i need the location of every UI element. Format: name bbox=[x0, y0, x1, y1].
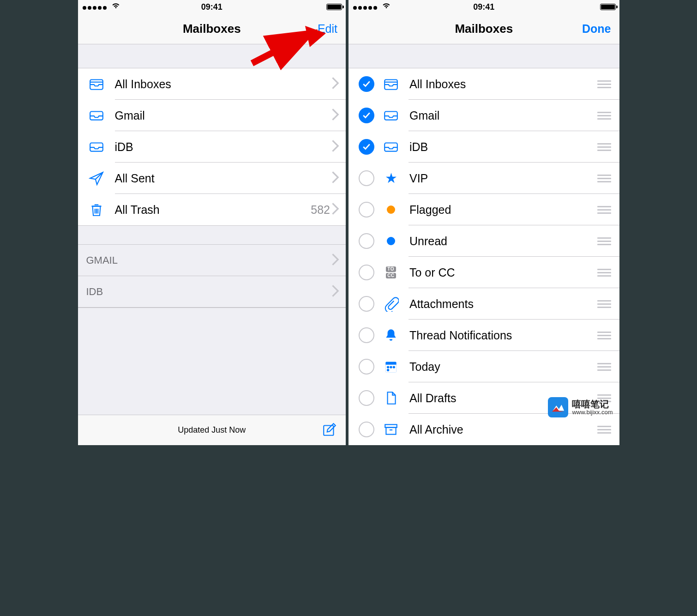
inbox-icon bbox=[383, 139, 399, 155]
account-row-gmail[interactable]: GMAIL bbox=[78, 245, 346, 276]
mailbox-label: Unread bbox=[409, 235, 597, 248]
inbox-icon bbox=[88, 107, 105, 124]
edit-row[interactable]: Thread Notifications bbox=[348, 320, 619, 351]
mailbox-row-idb[interactable]: iDB bbox=[78, 131, 346, 163]
mailbox-label: Flagged bbox=[409, 203, 597, 217]
mailbox-label: All Inboxes bbox=[409, 78, 597, 91]
chevron-right-icon bbox=[332, 254, 339, 267]
drag-handle-icon[interactable] bbox=[597, 426, 611, 434]
checkbox[interactable] bbox=[359, 327, 374, 343]
svg-rect-15 bbox=[386, 428, 396, 435]
tocc-icon: TOCC bbox=[383, 264, 399, 281]
edit-row[interactable]: Gmail bbox=[348, 100, 619, 131]
mailbox-label: Gmail bbox=[409, 109, 597, 122]
battery-icon bbox=[326, 4, 342, 10]
mailbox-row-gmail[interactable]: Gmail bbox=[78, 100, 346, 131]
bell-icon bbox=[383, 327, 399, 344]
mailbox-label: iDB bbox=[115, 140, 332, 154]
checkbox[interactable] bbox=[359, 76, 374, 92]
archive-icon bbox=[383, 421, 399, 438]
page-title: Mailboxes bbox=[455, 22, 513, 36]
checkbox[interactable] bbox=[359, 108, 374, 123]
watermark-brand: 嘻嘻笔记 bbox=[572, 399, 613, 409]
unread-count: 582 bbox=[311, 203, 330, 217]
edit-row[interactable]: Today bbox=[348, 351, 619, 382]
chevron-right-icon bbox=[332, 77, 339, 91]
edit-row[interactable]: Unread bbox=[348, 225, 619, 257]
edit-row[interactable]: TOCCTo or CC bbox=[348, 257, 619, 288]
draft-icon bbox=[383, 390, 399, 406]
status-time: 09:41 bbox=[348, 2, 619, 12]
checkbox[interactable] bbox=[359, 390, 374, 406]
star-icon: ★ bbox=[383, 170, 399, 187]
section-spacer bbox=[348, 44, 619, 68]
svg-point-12 bbox=[393, 366, 395, 368]
edit-row[interactable]: ★VIP bbox=[348, 163, 619, 194]
mailbox-row-all-trash[interactable]: All Trash 582 bbox=[78, 194, 346, 225]
mailbox-label: All Archive bbox=[409, 423, 597, 436]
section-spacer bbox=[78, 44, 346, 68]
all-inboxes-icon bbox=[88, 76, 105, 92]
drag-handle-icon[interactable] bbox=[597, 206, 611, 214]
today-icon bbox=[383, 358, 399, 375]
mailbox-label: To or CC bbox=[409, 266, 597, 279]
navbar: Mailboxes Edit bbox=[78, 14, 346, 44]
checkbox[interactable] bbox=[359, 296, 374, 312]
mailbox-label: All Inboxes bbox=[115, 78, 332, 91]
svg-rect-9 bbox=[385, 365, 396, 373]
mailbox-label: All Sent bbox=[115, 172, 332, 185]
mailbox-label: Gmail bbox=[115, 109, 332, 122]
checkbox[interactable] bbox=[359, 170, 374, 186]
edit-row[interactable]: All Inboxes bbox=[348, 68, 619, 100]
drag-handle-icon[interactable] bbox=[597, 112, 611, 120]
edit-row[interactable]: Attachments bbox=[348, 288, 619, 320]
battery-icon bbox=[600, 4, 616, 10]
screenshot-left: 09:41 Mailboxes Edit All Inboxes Gmail bbox=[78, 0, 349, 445]
chevron-right-icon bbox=[332, 285, 339, 299]
bottom-toolbar: Updated Just Now bbox=[78, 415, 346, 445]
svg-point-13 bbox=[387, 369, 389, 371]
drag-handle-icon[interactable] bbox=[597, 363, 611, 371]
compose-button[interactable] bbox=[322, 422, 337, 439]
chevron-right-icon bbox=[332, 171, 339, 185]
drag-handle-icon[interactable] bbox=[597, 143, 611, 151]
mailbox-label: VIP bbox=[409, 172, 597, 185]
checkbox[interactable] bbox=[359, 233, 374, 249]
account-label: IDB bbox=[86, 286, 332, 298]
done-button[interactable]: Done bbox=[582, 22, 611, 36]
unread-dot-icon bbox=[383, 233, 399, 249]
watermark-logo-icon bbox=[548, 397, 568, 417]
mailbox-row-all-sent[interactable]: All Sent bbox=[78, 163, 346, 194]
drag-handle-icon[interactable] bbox=[597, 237, 611, 245]
status-bar: 09:41 bbox=[348, 0, 619, 14]
mailbox-label: All Trash bbox=[115, 203, 311, 217]
checkbox[interactable] bbox=[359, 422, 374, 437]
edit-button[interactable]: Edit bbox=[318, 22, 337, 36]
checkbox[interactable] bbox=[359, 202, 374, 217]
mailbox-row-all-inboxes[interactable]: All Inboxes bbox=[78, 68, 346, 100]
drag-handle-icon[interactable] bbox=[597, 300, 611, 308]
mailbox-label: iDB bbox=[409, 140, 597, 154]
chevron-right-icon bbox=[332, 203, 339, 217]
checkbox[interactable] bbox=[359, 139, 374, 155]
account-row-idb[interactable]: IDB bbox=[78, 276, 346, 308]
checkbox[interactable] bbox=[359, 265, 374, 280]
edit-row[interactable]: iDB bbox=[348, 131, 619, 163]
screenshot-right: 09:41 Mailboxes Done All InboxesGmailiDB… bbox=[348, 0, 619, 445]
status-time: 09:41 bbox=[78, 2, 346, 12]
checkbox[interactable] bbox=[359, 359, 374, 374]
svg-point-11 bbox=[390, 366, 391, 368]
account-label: GMAIL bbox=[86, 254, 332, 266]
drag-handle-icon[interactable] bbox=[597, 80, 611, 88]
drag-handle-icon[interactable] bbox=[597, 332, 611, 339]
edit-row[interactable]: All Archive bbox=[348, 414, 619, 445]
watermark-url: www.bijixx.com bbox=[572, 409, 613, 416]
drag-handle-icon[interactable] bbox=[597, 175, 611, 182]
drag-handle-icon[interactable] bbox=[597, 269, 611, 277]
svg-rect-3 bbox=[324, 425, 333, 435]
trash-icon bbox=[88, 201, 105, 218]
sync-status: Updated Just Now bbox=[178, 425, 246, 435]
svg-point-10 bbox=[387, 366, 389, 368]
edit-row[interactable]: Flagged bbox=[348, 194, 619, 225]
chevron-right-icon bbox=[332, 140, 339, 154]
